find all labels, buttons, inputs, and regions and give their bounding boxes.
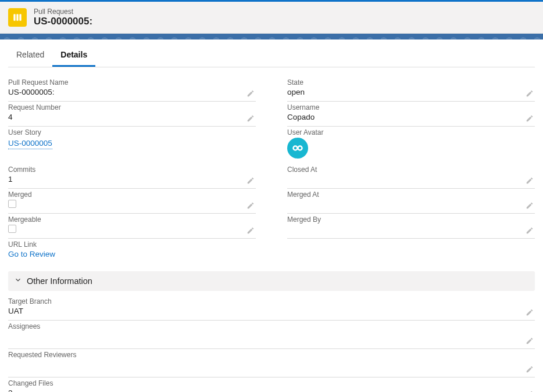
field-pull-request-name: Pull Request Name US-0000005: xyxy=(8,77,256,102)
pencil-icon[interactable] xyxy=(526,226,534,235)
field-label: Target Branch xyxy=(8,297,535,305)
tabs: Related Details xyxy=(8,43,535,67)
pencil-icon[interactable] xyxy=(526,365,534,373)
field-merged: Merged xyxy=(8,189,256,214)
mergeable-checkbox[interactable] xyxy=(8,225,16,233)
pencil-icon[interactable] xyxy=(247,202,255,210)
pattern-strip xyxy=(0,34,543,39)
field-value xyxy=(8,332,535,346)
field-state: State open xyxy=(287,77,535,102)
svg-rect-1 xyxy=(16,14,18,21)
go-to-review-link[interactable]: Go to Review xyxy=(8,250,256,260)
svg-rect-0 xyxy=(13,14,15,21)
field-label: Commits xyxy=(8,166,256,174)
svg-rect-2 xyxy=(19,14,21,21)
field-label: Assignees xyxy=(8,322,535,330)
field-value: open xyxy=(287,88,535,98)
field-label: Merged By xyxy=(287,215,535,224)
field-label: User Avatar xyxy=(287,128,535,136)
field-username: Username Copado xyxy=(287,102,535,127)
tab-related[interactable]: Related xyxy=(8,43,52,67)
field-value: 2 xyxy=(8,389,535,392)
field-label: Pull Request Name xyxy=(8,78,256,87)
avatar xyxy=(287,138,308,159)
field-assignees: Assignees xyxy=(8,321,535,349)
section-title: Other Information xyxy=(27,276,92,286)
svg-point-3 xyxy=(294,146,298,150)
field-value: 1 xyxy=(8,175,256,185)
pencil-icon[interactable] xyxy=(247,89,255,98)
field-closed-at: Closed At xyxy=(287,164,535,189)
field-request-number: Request Number 4 xyxy=(8,102,256,127)
field-changed-files: Changed Files 2 xyxy=(8,377,535,392)
record-header: Pull Request US-0000005: xyxy=(0,2,543,34)
record-type-label: Pull Request xyxy=(34,8,92,16)
record-title: US-0000005: xyxy=(34,16,92,27)
field-value: 4 xyxy=(8,113,256,123)
pencil-icon[interactable] xyxy=(247,177,255,185)
field-merged-by: Merged By xyxy=(287,214,535,239)
svg-point-4 xyxy=(298,146,302,150)
right-column: State open Username Copado User Avatar C… xyxy=(287,77,535,263)
field-label: Requested Reviewers xyxy=(8,351,535,359)
field-value: UAT xyxy=(8,307,535,317)
field-value xyxy=(287,200,535,210)
field-url-link: URL Link Go to Review xyxy=(8,239,256,263)
field-value xyxy=(287,175,535,185)
field-target-branch: Target Branch UAT xyxy=(8,296,535,321)
field-label: Mergeable xyxy=(8,215,256,224)
pencil-icon[interactable] xyxy=(247,226,255,235)
field-label: State xyxy=(287,78,535,87)
field-user-story: User Story US-0000005 xyxy=(8,127,256,152)
field-label: User Story xyxy=(8,128,256,136)
merged-checkbox[interactable] xyxy=(8,200,16,208)
field-label: Username xyxy=(287,103,535,112)
user-story-link[interactable]: US-0000005 xyxy=(8,139,52,149)
field-merged-at: Merged At xyxy=(287,189,535,214)
pencil-icon[interactable] xyxy=(526,114,534,123)
field-requested-reviewers: Requested Reviewers xyxy=(8,349,535,377)
field-label: Merged At xyxy=(287,190,535,199)
tab-details[interactable]: Details xyxy=(52,43,95,67)
pencil-icon[interactable] xyxy=(247,114,255,123)
field-user-avatar: User Avatar xyxy=(287,127,535,161)
pencil-icon[interactable] xyxy=(526,177,534,185)
left-column: Pull Request Name US-0000005: Request Nu… xyxy=(8,77,256,263)
chevron-down-icon xyxy=(14,276,22,286)
field-value: US-0000005: xyxy=(8,88,256,98)
section-other-information[interactable]: Other Information xyxy=(8,271,535,291)
field-label: URL Link xyxy=(8,240,256,249)
pull-request-icon xyxy=(8,8,27,27)
field-value xyxy=(8,360,535,374)
field-commits: Commits 1 xyxy=(8,164,256,189)
pencil-icon[interactable] xyxy=(526,308,534,317)
field-value: Copado xyxy=(287,113,535,123)
field-value xyxy=(287,225,535,235)
field-label: Closed At xyxy=(287,166,535,174)
pencil-icon[interactable] xyxy=(526,337,534,345)
field-mergeable: Mergeable xyxy=(8,214,256,239)
field-label: Request Number xyxy=(8,103,256,112)
pencil-icon[interactable] xyxy=(526,202,534,210)
pencil-icon[interactable] xyxy=(526,89,534,98)
field-label: Changed Files xyxy=(8,379,535,387)
field-label: Merged xyxy=(8,190,256,199)
